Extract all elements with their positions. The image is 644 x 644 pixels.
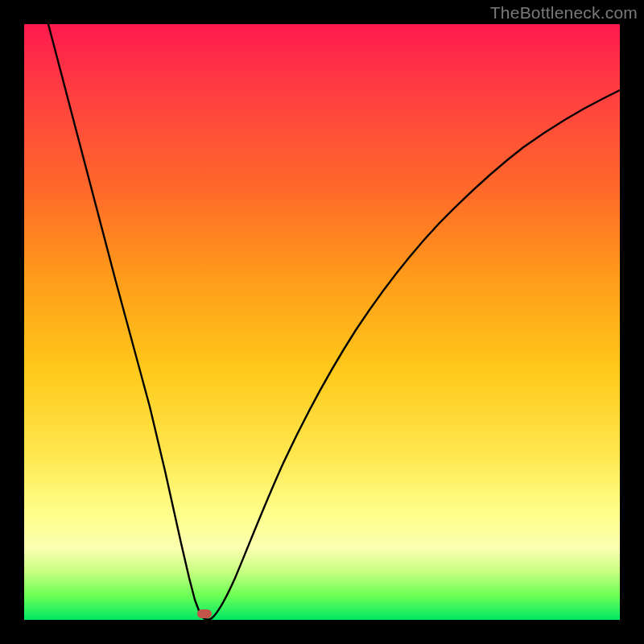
watermark-text: TheBottleneck.com xyxy=(490,3,638,23)
curve-path xyxy=(48,24,620,620)
bottleneck-curve xyxy=(24,24,620,620)
minimum-marker xyxy=(197,609,212,618)
chart-frame: TheBottleneck.com xyxy=(0,0,644,644)
plot-area xyxy=(24,24,620,620)
